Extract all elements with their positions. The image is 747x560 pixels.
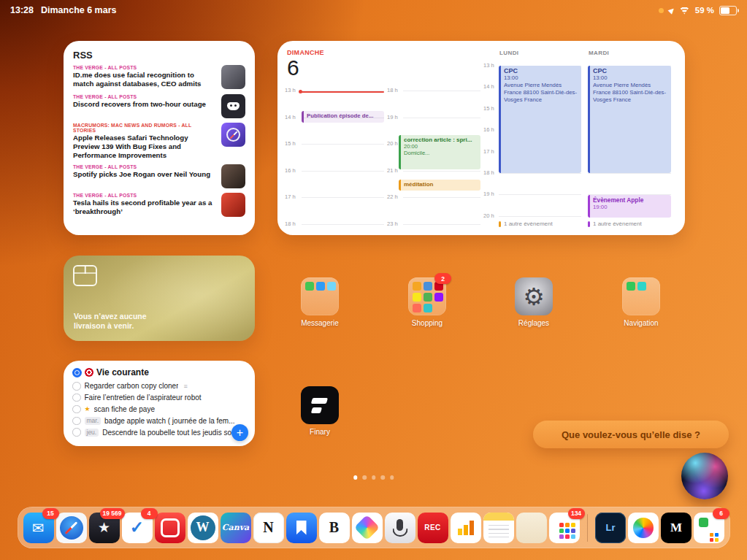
calendar-hour-line — [403, 91, 480, 91]
rss-item-source: THE VERGE - ALL POSTS — [73, 193, 215, 198]
lightroom-dock-icon[interactable]: Lr — [595, 513, 626, 543]
event-apple[interactable]: Évènement Apple 19:00 — [588, 195, 671, 218]
calendar-hour-label: 13 h — [483, 62, 494, 69]
ipad-home-screen: 13:28 Dimanche 6 mars ▶ 59 % RSS THE VER… — [0, 0, 747, 560]
timer-dock-icon[interactable] — [155, 513, 185, 543]
calendar-widget[interactable]: DIMANCHE 6 LUNDI MARDI 13 h14 h15 h16 h1… — [277, 41, 685, 235]
calendar-hour-line — [302, 171, 384, 172]
calendar-hour-label: 17 h — [483, 148, 494, 155]
add-reminder-button[interactable]: + — [231, 424, 248, 441]
calendar-hour-label: 19 h — [483, 191, 494, 197]
page-dot[interactable] — [362, 475, 367, 480]
page-dot[interactable] — [380, 475, 385, 480]
monday-more-events: 1 autre évènement — [499, 220, 553, 227]
rss-item[interactable]: THE VERGE - ALL POSTSDiscord recovers fr… — [73, 94, 245, 118]
page-indicator[interactable] — [353, 475, 394, 480]
event-meditation[interactable]: méditation — [399, 180, 480, 191]
event-publication[interactable]: Publication épisode de... — [302, 111, 384, 123]
event-title: CPC — [593, 67, 668, 74]
calendar-hour-label: 15 h — [285, 140, 296, 147]
medium-dock-icon[interactable]: M — [661, 513, 692, 543]
page-dot[interactable] — [372, 475, 376, 480]
mail-dock-icon[interactable]: 15 — [23, 513, 54, 543]
reminder-checkbox[interactable] — [72, 428, 81, 437]
reminder-item[interactable]: jeu.Descendre la poubelle tout les jeudi… — [72, 426, 246, 438]
delivery-widget[interactable]: Vous n’avez aucune livraison à venir. — [64, 256, 255, 341]
app-label: Navigation — [624, 319, 658, 327]
folder-shopping[interactable]: 2 Shopping — [408, 277, 446, 327]
siri-orb-icon[interactable] — [681, 453, 728, 499]
page-dot[interactable] — [353, 475, 358, 480]
siri-suggestion-pill[interactable]: Que voulez-vous qu’elle dise ? — [533, 421, 729, 448]
calendar-hour-line — [403, 197, 480, 198]
reminder-item[interactable]: mar.badge apple watch ( journée de la fe… — [72, 415, 246, 426]
folder-navigation[interactable]: Navigation — [622, 277, 660, 327]
safari-dock-icon[interactable] — [56, 513, 87, 543]
app-glyph-label: M — [670, 521, 682, 535]
location-arrow-icon: ▶ — [667, 6, 675, 15]
folder-icon[interactable] — [622, 277, 660, 315]
folder-messagerie[interactable]: Messagerie — [301, 277, 339, 327]
rss-item[interactable]: THE VERGE - ALL POSTSID.me does use faci… — [73, 65, 245, 89]
calendar-hour-label: 21 h — [387, 167, 398, 174]
bookmark-dock-icon[interactable] — [286, 513, 317, 543]
app-finary[interactable]: Finary — [301, 386, 339, 436]
things-dock-icon[interactable]: 4 — [122, 513, 153, 543]
folder-icon[interactable]: 2 — [408, 277, 446, 315]
notification-badge: 2 — [434, 273, 451, 284]
rss-item-thumbnail — [221, 94, 245, 118]
reminder-item[interactable]: Faire l’entretien de l’aspirateur robot — [72, 392, 246, 404]
analytics-dock-icon[interactable] — [451, 513, 481, 543]
dock: 1519 5694WCanvaNBREC134LrM6 — [18, 507, 730, 548]
notion-dock-icon[interactable]: N — [253, 513, 284, 543]
reminder-checkbox[interactable] — [72, 417, 81, 426]
reminder-checkbox[interactable] — [72, 382, 81, 391]
event-correction-article[interactable]: correction article : spri... 20:00 Domic… — [399, 135, 480, 169]
app-reglages[interactable]: Réglages — [515, 277, 553, 327]
reminder-checkbox[interactable] — [72, 405, 81, 414]
dictaphone-dock-icon[interactable] — [385, 513, 415, 543]
pinwheel-dock-icon[interactable] — [352, 513, 383, 543]
more-events-label: 1 autre évènement — [504, 220, 553, 227]
reminder-checkbox[interactable] — [72, 394, 81, 402]
canva-dock-icon[interactable]: Canva — [221, 513, 251, 543]
status-indicator-icon — [659, 8, 664, 13]
reminder-item[interactable]: Regarder carbon copy cloner≡ — [72, 380, 246, 392]
calendar-hour-label: 23 h — [387, 220, 398, 227]
page-dot[interactable] — [390, 475, 394, 480]
rss-item-source: THE VERGE - ALL POSTS — [73, 164, 215, 169]
bear-dock-icon[interactable]: B — [319, 513, 350, 543]
pixels-dock-icon[interactable]: 134 — [549, 513, 580, 543]
calendar-hour-line — [499, 173, 581, 174]
status-bar: 13:28 Dimanche 6 mars ▶ 59 % — [0, 0, 747, 19]
rss-item[interactable]: MACRUMORS: MAC NEWS AND RUMORS - ALL STO… — [73, 123, 245, 159]
mini-app-icon — [413, 282, 421, 291]
wordpress-dock-icon[interactable]: W — [188, 513, 218, 543]
calendar-hour-label: 14 h — [483, 83, 494, 90]
app-label: Réglages — [518, 319, 549, 327]
settings-gear-icon[interactable] — [515, 277, 553, 315]
rss-item-headline: Discord recovers from two-hour outage — [73, 100, 215, 109]
grocery-dock-icon[interactable]: 6 — [694, 513, 724, 543]
notes-dock-icon[interactable] — [483, 513, 514, 543]
event-title: CPC — [504, 67, 578, 74]
event-cpc-monday[interactable]: CPC 13:00 Avenue Pierre Mendès France 88… — [499, 66, 581, 173]
rec-dock-icon[interactable]: REC — [418, 513, 448, 543]
reminder-item[interactable]: ★scan fiche de paye — [72, 404, 246, 415]
photos-flower-dock-icon[interactable] — [628, 513, 659, 543]
cream-dock-icon[interactable] — [516, 513, 547, 543]
calendar-hour-label: 13 h — [285, 87, 296, 93]
reminder-date-tag: mar. — [85, 417, 101, 425]
reminders-widget[interactable]: Vie courante Regarder carbon copy cloner… — [64, 361, 255, 446]
rss-item[interactable]: THE VERGE - ALL POSTSSpotify picks Joe R… — [73, 164, 245, 188]
folder-icon[interactable] — [301, 277, 339, 315]
star-photos-dock-icon[interactable]: 19 569 — [89, 513, 120, 543]
event-cpc-tuesday[interactable]: CPC 13:00 Avenue Pierre Mendès France 88… — [588, 66, 671, 173]
status-time: 13:28 — [10, 5, 34, 15]
calendar-hour-line — [302, 224, 384, 225]
rss-item[interactable]: THE VERGE - ALL POSTSTesla hails its sec… — [73, 193, 245, 217]
calendar-hour-label: 14 h — [285, 114, 296, 120]
rss-item-headline: Spotify picks Joe Rogan over Neil Young — [73, 170, 215, 179]
rss-widget[interactable]: RSS THE VERGE - ALL POSTSID.me does use … — [64, 41, 255, 235]
finary-app-icon[interactable] — [301, 386, 339, 424]
